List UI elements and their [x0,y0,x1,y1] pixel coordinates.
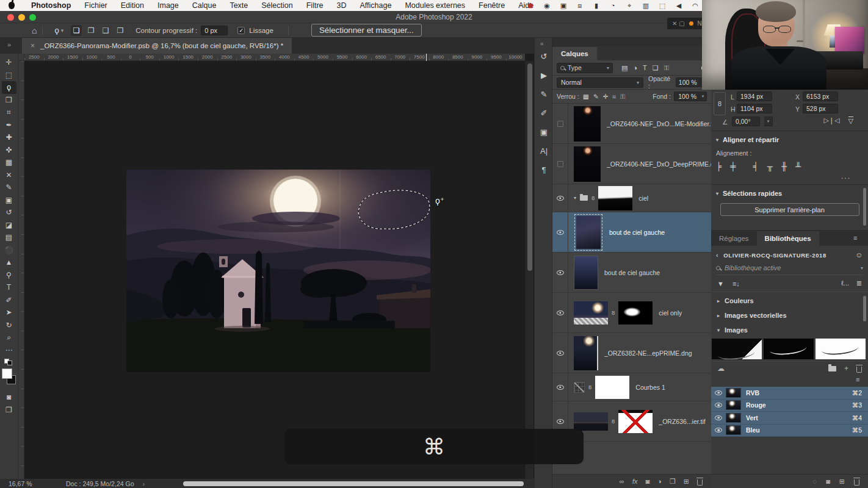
tool-button[interactable]: ✚ [2,131,16,144]
tool-button[interactable]: ➤ [2,306,16,319]
menu-item[interactable]: Photoshop [24,1,78,10]
layers-footer-button[interactable]: ❒ [670,478,676,486]
channel-row[interactable]: Bleu ⌘5 [711,425,868,437]
layer-filter-icon[interactable]: ▤ [621,64,627,72]
layer-mask-thumbnail[interactable] [618,410,653,433]
menu-item[interactable]: Image [151,1,186,10]
align-button[interactable]: ╡ [753,162,758,171]
blend-mode-select[interactable]: Normal▾ [557,77,643,88]
height-field[interactable]: 1104 px [737,104,772,113]
lock-option-icon[interactable]: ⌗ [612,93,616,101]
menu-item[interactable]: Edition [114,1,151,10]
lock-option-icon[interactable]: ✎ [593,93,599,100]
tool-button[interactable]: ▦ [2,156,16,169]
group-expander-icon[interactable]: ▾ [574,195,576,201]
layer-row[interactable]: ▾ 8 8 _ORZ6382-NE...epPRIME.dng [552,333,711,373]
nik-close-icon[interactable]: ✕ ▢ [672,20,685,27]
layers-footer-button[interactable]: ∞ [620,478,624,485]
feather-input[interactable] [201,26,228,35]
vertical-scrollbar[interactable] [525,61,533,479]
channel-row[interactable]: RVB ⌘2 [711,387,868,400]
menu-item[interactable]: 3D [330,1,353,10]
collapsed-panel-icon[interactable]: ¶ [537,163,551,176]
menu-item[interactable]: Calque [186,1,223,10]
layers-footer-button[interactable] [697,479,703,486]
tool-button[interactable]: ⌕ [2,331,16,344]
layer-row[interactable]: ▾ 8 8 _ORZ6406-NEF_DxO_DeepPRIME.dng [552,144,711,184]
layer-thumbnail[interactable] [574,301,608,325]
screen-mode-button[interactable]: ❐ [2,404,16,417]
remove-background-button[interactable]: Supprimer l'arrière-plan [720,203,859,216]
antialias-checkbox[interactable]: ✓ [237,27,245,34]
tool-button[interactable]: ❐ [2,94,16,107]
layer-visibility-toggle[interactable] [552,184,568,212]
eye-icon[interactable] [715,428,722,432]
tool-button[interactable]: ⚫ [2,244,16,257]
library-section-header[interactable]: ▸ Images vectorielles [711,308,868,323]
layer-visibility-toggle[interactable] [552,144,568,184]
tool-button[interactable]: ⚲ [2,269,16,282]
library-search[interactable]: Bibliothèque active ▾ [716,264,863,275]
menubar-status-icon[interactable]: ▮ [592,2,601,10]
layer-thumbnail[interactable] [574,412,608,431]
angle-field[interactable]: 0,00° [732,117,760,126]
tool-button[interactable]: ✒ [2,119,16,132]
layer-filter-icon[interactable]: ❏ [653,64,659,72]
align-button[interactable]: ╫ [781,162,787,171]
tool-button[interactable]: T [2,281,16,294]
layer-name[interactable]: _ORZ6406-NEF_DxO...ME-Modifier.tif [607,120,711,127]
channel-name[interactable]: RVB [746,389,759,396]
library-filter-icon[interactable]: ▼ [717,280,724,287]
eye-icon[interactable] [715,403,722,407]
layer-row[interactable]: ▾ 8 8 bout de ciel gauche [552,253,711,293]
tool-button[interactable]: ▲ [2,256,16,269]
tool-button[interactable]: ↻ [2,319,16,332]
layer-visibility-toggle[interactable] [552,212,568,252]
tool-button[interactable]: ⬚ [2,69,16,82]
panel-scrollbar-thumb[interactable] [863,188,866,226]
layer-visibility-toggle[interactable] [552,293,568,332]
menubar-status-icon[interactable]: ◀ [675,2,683,10]
channels-footer-button[interactable]: ⊞ [839,478,845,486]
panel-scrollbar-thumb[interactable] [863,296,866,321]
lock-option-icon[interactable]: ✛ [603,93,609,100]
collapsed-panel-icon[interactable]: ✎ [537,88,551,100]
tool-button[interactable]: ⌗ [2,106,16,119]
mask-link-icon[interactable]: 8 [612,309,615,316]
menu-item[interactable]: Fichier [78,1,114,10]
layer-filter-icon[interactable]: ⚿ [664,64,669,72]
tool-button[interactable]: ▣ [2,194,16,207]
quick-selections-header[interactable]: ▾Sélections rapides [716,190,868,197]
layer-name[interactable]: _ORZ636...ier.tif [659,418,705,425]
menubar-status-icon[interactable]: ◠ [691,2,700,10]
tool-button[interactable]: ↺ [2,206,16,219]
tool-button[interactable]: ✜ [2,144,16,157]
foreground-color-swatch[interactable] [2,368,12,379]
new-group-icon[interactable] [828,366,836,371]
opacity-value[interactable]: 100 % [676,77,700,87]
eye-icon[interactable] [715,415,722,420]
layer-mask-thumbnail[interactable] [595,376,629,399]
zoom-level[interactable]: 16,67 % [9,480,51,487]
layer-name[interactable]: ciel [638,195,648,202]
width-field[interactable]: 1934 px [737,92,772,101]
align-section-header[interactable]: ▾Aligner et répartir [716,136,868,143]
layer-name[interactable]: Courbes 1 [635,384,665,391]
layer-thumbnail[interactable] [574,146,601,182]
collapsed-panel-icon[interactable]: ▶ [537,69,551,81]
channel-row[interactable]: Rouge ⌘3 [711,400,868,412]
selection-mode-button[interactable]: ❒ [115,25,126,36]
home-icon[interactable]: ⌂ [32,26,37,35]
tool-preset-chevron-icon[interactable]: ▾ [61,27,64,34]
layer-filter-select[interactable]: Type ▾ [557,63,613,73]
collapsed-panel-icon[interactable]: ✐ [537,107,551,119]
menubar-status-icon[interactable]: ⌖ [625,2,634,10]
apple-logo-icon[interactable] [9,2,15,9]
quick-mask-button[interactable]: ◙ [2,391,16,404]
panel-tab[interactable]: Bibliothèques [757,231,819,246]
x-field[interactable]: 6153 px [803,92,838,101]
mask-link-icon[interactable]: 8 [612,418,615,425]
lock-option-icon[interactable]: ⚿ [620,93,625,101]
menubar-status-icon[interactable]: ⧈ [576,2,584,10]
channel-name[interactable]: Rouge [746,401,766,409]
